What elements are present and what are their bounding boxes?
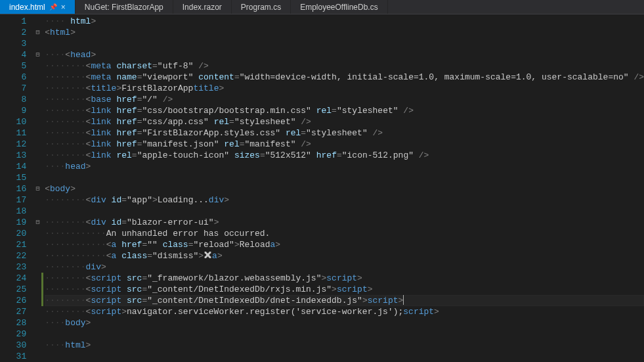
tab-label: index.html [9, 3, 45, 12]
tab-index-razor[interactable]: Index.razor [173, 0, 232, 14]
tab-employee-offline-db[interactable]: EmployeeOfflineDb.cs [291, 0, 388, 14]
tab-label: Program.cs [241, 3, 281, 12]
tab-nuget[interactable]: NuGet: FirstBlazorApp [75, 0, 173, 14]
editor-tabs: index.html 📌 × NuGet: FirstBlazorApp Ind… [0, 0, 644, 14]
tab-label: Index.razor [182, 3, 222, 12]
fold-column[interactable]: ⊟⊟⊟⊟ [34, 14, 41, 362]
tab-program-cs[interactable]: Program.cs [232, 0, 291, 14]
code-content[interactable]: ···· html><html>····<head>········<meta … [43, 14, 644, 362]
tab-label: EmployeeOfflineDb.cs [300, 3, 378, 12]
pin-icon[interactable]: 📌 [49, 3, 57, 11]
line-number-gutter: 1234567891011121314151617181920212223242… [0, 14, 34, 362]
close-icon[interactable]: × [61, 3, 66, 12]
tab-index-html[interactable]: index.html 📌 × [0, 0, 75, 14]
editor-area[interactable]: 1234567891011121314151617181920212223242… [0, 14, 644, 362]
tab-label: NuGet: FirstBlazorApp [85, 3, 163, 12]
